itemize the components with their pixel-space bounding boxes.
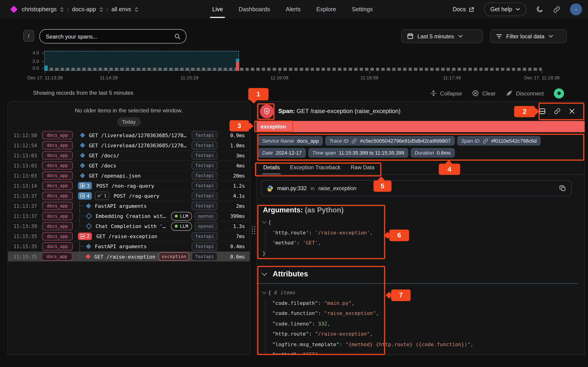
span-row[interactable]: 11:13:37 docs_app 4 ✎1 POST /rag-query f…	[8, 191, 250, 201]
top-nav: christophergs / docs-app / all envs Live…	[0, 0, 588, 19]
search-shortcut-key: /	[23, 30, 34, 42]
green-dot-icon	[175, 225, 178, 228]
nav-right: Docs Get help -	[453, 0, 582, 19]
search-input[interactable]	[40, 33, 174, 40]
clear-button[interactable]: Clear	[472, 90, 496, 97]
span-row[interactable]: 11:15:35 docs_app 2 GET /raise-exception…	[8, 231, 250, 241]
search-icon	[174, 33, 181, 40]
row-duration: 0.4ms	[220, 244, 245, 249]
copy-source-button[interactable]	[560, 185, 566, 192]
x-tick-mark	[109, 71, 109, 73]
service-badge: fastapi	[192, 242, 217, 250]
pencil-off-icon: ✎	[97, 194, 102, 198]
plug-off-icon	[506, 90, 512, 97]
span-row[interactable]: 11:15:35 docs_app FastAPI arguments fast…	[8, 241, 250, 251]
scrubbed-count-badge[interactable]: ✎1	[95, 192, 109, 200]
project-selector-updown-icon	[99, 7, 103, 12]
time-range-button[interactable]: Last 5 minutes	[401, 29, 483, 43]
annotation-box-3	[254, 121, 293, 132]
exception-banner: exception	[257, 121, 585, 132]
span-row[interactable]: 11:13:39 docs_app Chat Completion with '…	[8, 221, 250, 231]
nav-tabs: Live Dashboards Alerts Explore Settings	[212, 0, 373, 19]
tab-alerts[interactable]: Alerts	[286, 6, 301, 13]
source-file: main.py:332	[277, 185, 307, 191]
x-tick-label: Dec 17. 11:13:39	[27, 75, 63, 81]
source-location-box: main.py:332 in raise_exception	[261, 180, 571, 196]
tab-live[interactable]: Live	[212, 6, 223, 13]
tab-dashboards[interactable]: Dashboards	[239, 6, 270, 13]
x-tick-label: 11:14:29	[100, 75, 118, 81]
showing-records-text: Showing records from the last 5 minutes	[33, 90, 133, 96]
status-bar: Showing records from the last 5 minutes …	[0, 87, 588, 99]
row-time: 11:12:50	[14, 132, 37, 138]
filter-icon	[496, 33, 502, 39]
row-time: 11:13:37	[14, 213, 37, 219]
exception-badge: exception	[159, 252, 189, 261]
child-count-badge-error[interactable]: 2	[78, 233, 92, 240]
tab-explore[interactable]: Explore	[316, 6, 336, 13]
today-pill[interactable]: Today	[117, 117, 141, 127]
app-badge: docs_app	[42, 151, 73, 160]
span-row-selected[interactable]: 11:15:35 docs_app GET /raise-exception ……	[8, 251, 250, 261]
span-row[interactable]: 11:13:14 docs_app 3 POST /non-rag-query …	[8, 181, 250, 191]
app-badge: docs_app	[42, 222, 73, 230]
x-tick-label: 11:17:49	[443, 75, 461, 81]
span-row[interactable]: 11:12:50 docs_app GET /livereload/127036…	[8, 130, 250, 140]
org-selector[interactable]: christophergs	[22, 6, 57, 13]
span-row[interactable]: 11:12:54 docs_app GET /livereload/127036…	[8, 140, 250, 150]
y-tick-label: 2.0	[23, 59, 39, 64]
span-name: GET /openapi.json	[89, 173, 141, 179]
panel-resize-grip[interactable]	[251, 225, 255, 234]
tree-connector	[75, 251, 86, 261]
share-link-button[interactable]	[553, 6, 560, 13]
child-count-badge[interactable]: 3	[78, 182, 92, 190]
tree-connector	[75, 241, 86, 251]
span-name: GET /livereload/1270363685/1270…	[89, 132, 187, 138]
app-badge: docs_app	[42, 161, 73, 170]
avatar[interactable]: -	[570, 3, 582, 15]
span-row[interactable]: 11:13:03 docs_app GET /docs/ fastapi3ms	[8, 150, 250, 160]
row-time: 11:12:54	[14, 142, 37, 148]
span-name: Chat Completion with '…	[95, 223, 166, 229]
tab-settings[interactable]: Settings	[352, 6, 373, 13]
span-row[interactable]: 11:13:37 docs_app Embedding Creation wit…	[8, 211, 250, 221]
green-dot-icon	[175, 215, 178, 218]
span-row[interactable]: 11:13:03 docs_app GET /openapi.json fast…	[8, 170, 250, 181]
app-badge: docs_app	[42, 141, 73, 150]
app-badge: docs_app	[42, 232, 73, 240]
row-time: 11:13:03	[14, 163, 37, 168]
empty-notice: No older items in the selected time wind…	[8, 107, 250, 114]
dark-mode-toggle[interactable]	[536, 6, 544, 13]
breadcrumb-separator: /	[67, 6, 69, 13]
y-tick-mark	[42, 68, 44, 69]
logfire-live-view: christophergs / docs-app / all envs Live…	[0, 0, 588, 367]
project-selector[interactable]: docs-app	[72, 6, 96, 13]
row-duration: 7ms	[220, 234, 245, 239]
span-row[interactable]: 11:13:37 docs_app FastAPI arguments fast…	[8, 201, 250, 211]
x-tick-mark	[452, 71, 452, 73]
live-indicator-button[interactable]	[554, 88, 564, 98]
get-help-button[interactable]: Get help	[484, 2, 526, 16]
collapse-children-icon	[80, 234, 85, 239]
row-time: 11:13:03	[14, 173, 37, 178]
annotation-box-1	[257, 103, 275, 120]
tree-connector	[75, 211, 86, 221]
filter-local-data-button[interactable]: Filter local data	[490, 29, 567, 43]
span-row[interactable]: 11:13:03 docs_app GET /docs fastapi4ms	[8, 160, 250, 170]
child-count-badge[interactable]: 4	[78, 192, 92, 200]
docs-link[interactable]: Docs	[453, 6, 475, 13]
logfire-logo-icon[interactable]	[10, 6, 17, 13]
spans-timeline-chart[interactable]: 4.0 2.0 0.0 Dec 17. 11:13:39 11:14:29 11…	[0, 48, 588, 89]
env-selector[interactable]: all envs	[111, 6, 131, 13]
span-name: GET /livereload/1270363685/1270…	[89, 142, 187, 148]
span-name: Embedding Creation wit…	[95, 213, 166, 219]
disconnect-button[interactable]: Disconnect	[506, 90, 544, 97]
source-function: raise_exception	[318, 185, 356, 191]
row-time: 11:13:37	[14, 203, 37, 209]
link-icon	[553, 6, 560, 13]
x-tick-mark	[542, 71, 542, 73]
copy-icon	[560, 185, 566, 192]
annotation-box-4	[257, 134, 584, 161]
collapse-button[interactable]: Collapse	[430, 90, 462, 97]
row-duration: 3ms	[220, 152, 245, 158]
